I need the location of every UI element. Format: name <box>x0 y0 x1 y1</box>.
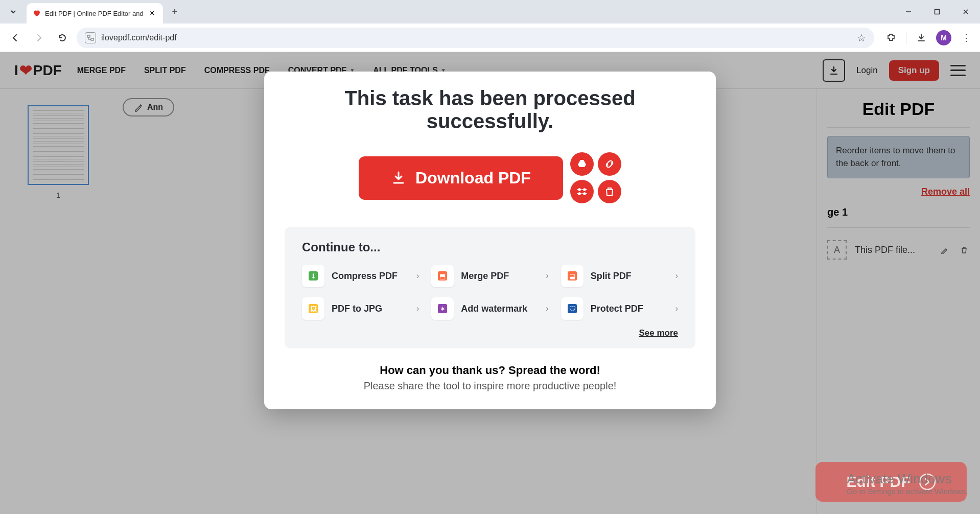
tab-close-button[interactable]: × <box>148 9 157 18</box>
reload-button[interactable] <box>53 29 72 47</box>
svg-text:✶: ✶ <box>440 305 446 313</box>
download-pdf-button[interactable]: Download PDF <box>359 156 563 200</box>
download-label: Download PDF <box>415 169 531 188</box>
trash-icon <box>604 186 615 197</box>
tool-label: Protect PDF <box>591 303 668 314</box>
save-to-dropbox-button[interactable] <box>570 180 594 203</box>
success-modal: This task has been processed successfull… <box>264 72 716 409</box>
link-icon <box>604 158 615 170</box>
new-tab-button[interactable]: + <box>167 4 182 19</box>
browser-menu-button[interactable]: ⋮ <box>959 30 974 45</box>
forward-button[interactable] <box>30 29 48 47</box>
toolbar-divider <box>906 32 906 44</box>
tool-item[interactable]: ⬓Split PDF› <box>561 265 678 287</box>
google-drive-icon <box>576 158 588 170</box>
tool-label: Compress PDF <box>332 271 409 282</box>
svg-text:🛡: 🛡 <box>569 305 575 313</box>
share-link-button[interactable] <box>598 152 621 176</box>
download-row: Download PDF <box>285 152 695 203</box>
tool-icon: ✶ <box>431 297 454 320</box>
svg-text:⬓: ⬓ <box>569 272 575 280</box>
site-info-icon[interactable] <box>85 32 96 43</box>
downloads-icon[interactable] <box>914 30 929 45</box>
browser-tab[interactable]: Edit PDF | Online PDF Editor and × <box>27 3 163 24</box>
svg-rect-3 <box>91 38 94 40</box>
delete-file-button[interactable] <box>598 180 621 203</box>
svg-text:⬇: ⬇ <box>311 272 316 280</box>
chevron-right-icon: › <box>546 271 548 281</box>
chevron-right-icon: › <box>546 304 548 313</box>
window-minimize-button[interactable] <box>894 0 923 24</box>
chevron-right-icon: › <box>675 304 678 313</box>
browser-tab-strip: Edit PDF | Online PDF Editor and × + <box>0 0 980 24</box>
tab-favicon-icon <box>33 9 41 17</box>
toolbar-right: M ⋮ <box>879 30 974 45</box>
secondary-actions <box>570 152 621 203</box>
tool-item[interactable]: ⬒Merge PDF› <box>431 265 548 287</box>
svg-point-4 <box>920 474 935 489</box>
tabs-dropdown-button[interactable] <box>4 3 22 21</box>
see-more-link[interactable]: See more <box>302 328 678 338</box>
tool-label: PDF to JPG <box>332 303 409 314</box>
tool-icon: ⬓ <box>561 265 584 287</box>
tool-item[interactable]: 🖼PDF to JPG› <box>302 297 419 320</box>
bookmark-star-icon[interactable]: ☆ <box>857 32 866 44</box>
save-to-drive-button[interactable] <box>570 152 594 176</box>
tool-grid: ⬇Compress PDF›⬒Merge PDF›⬓Split PDF›🖼PDF… <box>302 265 678 320</box>
chevron-right-icon: › <box>416 271 419 281</box>
tool-icon: ⬒ <box>431 265 454 287</box>
tool-label: Split PDF <box>591 271 668 282</box>
arrow-circle-icon <box>919 473 936 490</box>
chevron-right-icon: › <box>675 271 678 281</box>
thanks-title: How can you thank us? Spread the word! <box>285 364 695 377</box>
edit-pdf-submit-button[interactable]: Edit PDF <box>815 462 967 502</box>
dropbox-icon <box>576 186 588 197</box>
address-bar[interactable]: ilovepdf.com/edit-pdf ☆ <box>77 28 874 48</box>
window-close-button[interactable] <box>951 0 980 24</box>
tool-item[interactable]: ✶Add watermark› <box>431 297 548 320</box>
tool-icon: 🖼 <box>302 297 324 320</box>
fab-label: Edit PDF <box>847 473 911 490</box>
thanks-subtitle: Please share the tool to inspire more pr… <box>285 380 695 392</box>
extensions-icon[interactable] <box>883 30 899 45</box>
svg-rect-1 <box>935 10 940 14</box>
continue-to-box: Continue to... ⬇Compress PDF›⬒Merge PDF›… <box>285 227 695 348</box>
tool-label: Merge PDF <box>461 271 539 282</box>
tool-label: Add watermark <box>461 303 539 314</box>
chevron-right-icon: › <box>416 304 419 313</box>
svg-text:🖼: 🖼 <box>310 305 317 313</box>
tab-title: Edit PDF | Online PDF Editor and <box>45 10 144 17</box>
continue-title: Continue to... <box>302 240 678 254</box>
tool-icon: 🛡 <box>561 297 584 320</box>
window-controls <box>894 0 980 24</box>
back-button[interactable] <box>6 29 25 47</box>
svg-rect-2 <box>87 35 90 37</box>
tool-item[interactable]: 🛡Protect PDF› <box>561 297 678 320</box>
tool-icon: ⬇ <box>302 265 324 287</box>
modal-title: This task has been processed successfull… <box>285 87 695 133</box>
download-icon <box>391 170 406 185</box>
tool-item[interactable]: ⬇Compress PDF› <box>302 265 419 287</box>
window-maximize-button[interactable] <box>923 0 951 24</box>
svg-text:⬒: ⬒ <box>439 272 446 280</box>
profile-avatar[interactable]: M <box>936 30 951 45</box>
url-text: ilovepdf.com/edit-pdf <box>101 33 852 42</box>
browser-toolbar: ilovepdf.com/edit-pdf ☆ M ⋮ <box>0 24 980 52</box>
